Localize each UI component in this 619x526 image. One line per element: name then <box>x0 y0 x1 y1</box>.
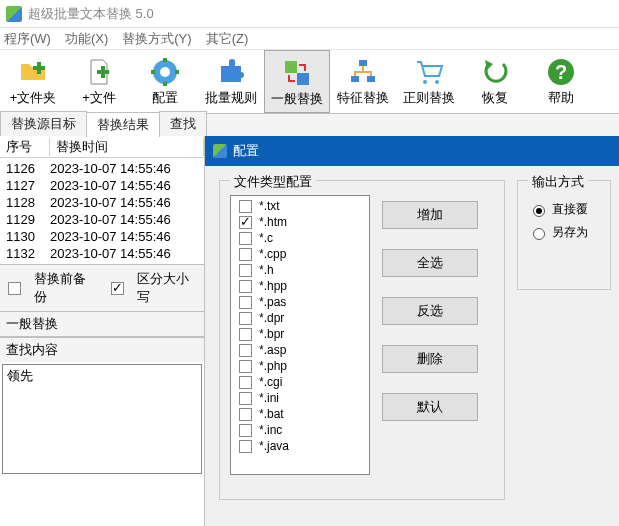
radio-row-saveas[interactable]: 另存为 <box>528 224 600 241</box>
radio-direct[interactable] <box>533 205 545 217</box>
tab-replace-source[interactable]: 替换源目标 <box>0 111 87 136</box>
filetype-checkbox[interactable] <box>239 248 252 261</box>
table-row[interactable]: 11302023-10-07 14:55:46 <box>0 228 204 245</box>
filetype-checkbox[interactable] <box>239 200 252 213</box>
toolbutton-help[interactable]: ? 帮助 <box>528 50 594 113</box>
options-row: 替换前备份 区分大小写 <box>0 264 204 311</box>
filetype-list-item[interactable]: *.h <box>231 262 369 278</box>
menu-program[interactable]: 程序(W) <box>4 30 51 48</box>
svg-point-7 <box>423 80 427 84</box>
filetype-checkbox[interactable] <box>239 264 252 277</box>
filetype-label: *.ini <box>259 391 279 405</box>
left-panel: 序号 替换时间 11262023-10-07 14:55:4611272023-… <box>0 136 205 526</box>
filetype-listbox[interactable]: *.txt*.htm*.c*.cpp*.h*.hpp*.pas*.dpr*.bp… <box>230 195 370 475</box>
filetype-checkbox[interactable] <box>239 312 252 325</box>
table-row[interactable]: 11272023-10-07 14:55:46 <box>0 177 204 194</box>
toolbutton-label: 批量规则 <box>205 89 257 107</box>
filetype-label: *.inc <box>259 423 282 437</box>
button-default[interactable]: 默认 <box>382 393 478 421</box>
filetype-label: *.txt <box>259 199 280 213</box>
filetype-checkbox[interactable] <box>239 424 252 437</box>
menu-replace-mode[interactable]: 替换方式(Y) <box>122 30 191 48</box>
toolbutton-feature-replace[interactable]: 特征替换 <box>330 50 396 113</box>
button-select-all[interactable]: 全选 <box>382 249 478 277</box>
filetype-checkbox[interactable] <box>239 408 252 421</box>
cell-seq: 1126 <box>6 161 50 176</box>
table-row[interactable]: 11322023-10-07 14:55:46 <box>0 245 204 262</box>
table-row[interactable]: 11282023-10-07 14:55:46 <box>0 194 204 211</box>
toolbutton-add-file[interactable]: +文件 <box>66 50 132 113</box>
filetype-checkbox[interactable] <box>239 232 252 245</box>
filetype-checkbox[interactable] <box>239 376 252 389</box>
cell-seq: 1128 <box>6 195 50 210</box>
filetype-label: *.pas <box>259 295 286 309</box>
checkbox-backup-before[interactable] <box>8 282 21 295</box>
filetype-label: *.hpp <box>259 279 287 293</box>
filetype-list-item[interactable]: *.java <box>231 438 369 454</box>
filetype-list-item[interactable]: *.bat <box>231 406 369 422</box>
radio-row-direct[interactable]: 直接覆 <box>528 201 600 218</box>
toolbutton-label: 恢复 <box>482 89 508 107</box>
filetype-list-item[interactable]: *.hpp <box>231 278 369 294</box>
col-header-time[interactable]: 替换时间 <box>50 138 204 156</box>
tab-search[interactable]: 查找 <box>159 111 207 136</box>
tab-replace-result[interactable]: 替换结果 <box>86 112 160 137</box>
filetype-list-item[interactable]: *.pas <box>231 294 369 310</box>
filetype-checkbox[interactable] <box>239 392 252 405</box>
toolbutton-add-folder[interactable]: +文件夹 <box>0 50 66 113</box>
filetype-list-item[interactable]: *.cgi <box>231 374 369 390</box>
filetype-list-item[interactable]: *.htm <box>231 214 369 230</box>
filetype-label: *.bat <box>259 407 284 421</box>
filetype-checkbox[interactable] <box>239 216 252 229</box>
col-header-seq[interactable]: 序号 <box>0 138 50 156</box>
group-filetype: 文件类型配置 *.txt*.htm*.c*.cpp*.h*.hpp*.pas*.… <box>219 180 505 500</box>
filetype-checkbox[interactable] <box>239 344 252 357</box>
toolbutton-config[interactable]: 配置 <box>132 50 198 113</box>
menu-function[interactable]: 功能(X) <box>65 30 108 48</box>
filetype-list-item[interactable]: *.asp <box>231 342 369 358</box>
dialog-title-bar[interactable]: 配置 <box>205 136 619 166</box>
button-delete[interactable]: 删除 <box>382 345 478 373</box>
search-input[interactable] <box>2 364 202 474</box>
replace-icon <box>281 57 313 89</box>
right-panel: 配置 文件类型配置 *.txt*.htm*.c*.cpp*.h*.hpp*.pa… <box>205 136 619 526</box>
mode-title: 一般替换 <box>0 311 204 337</box>
filetype-list-item[interactable]: *.cpp <box>231 246 369 262</box>
table-row[interactable]: 11262023-10-07 14:55:46 <box>0 160 204 177</box>
dialog-icon <box>213 144 227 158</box>
table-row[interactable]: 11292023-10-07 14:55:46 <box>0 211 204 228</box>
cell-time: 2023-10-07 14:55:46 <box>50 212 204 227</box>
filetype-list-item[interactable]: *.ini <box>231 390 369 406</box>
button-add[interactable]: 增加 <box>382 201 478 229</box>
cell-time: 2023-10-07 14:55:46 <box>50 229 204 244</box>
group-output: 输出方式 直接覆 另存为 <box>517 180 611 290</box>
toolbutton-label: 一般替换 <box>271 90 323 108</box>
menu-other[interactable]: 其它(Z) <box>206 30 249 48</box>
filetype-label: *.php <box>259 359 287 373</box>
filetype-checkbox[interactable] <box>239 328 252 341</box>
filetype-list-item[interactable]: *.php <box>231 358 369 374</box>
filetype-list-item[interactable]: *.bpr <box>231 326 369 342</box>
toolbutton-batch-rule[interactable]: 批量规则 <box>198 50 264 113</box>
toolbutton-restore[interactable]: 恢复 <box>462 50 528 113</box>
results-table-body: 11262023-10-07 14:55:4611272023-10-07 14… <box>0 158 204 264</box>
filetype-checkbox[interactable] <box>239 440 252 453</box>
filetype-list-item[interactable]: *.txt <box>231 198 369 214</box>
toolbutton-normal-replace[interactable]: 一般替换 <box>264 50 330 113</box>
filetype-label: *.dpr <box>259 311 284 325</box>
filetype-list-item[interactable]: *.dpr <box>231 310 369 326</box>
filetype-checkbox[interactable] <box>239 360 252 373</box>
filetype-checkbox[interactable] <box>239 296 252 309</box>
filetype-list-item[interactable]: *.inc <box>231 422 369 438</box>
filetype-list-item[interactable]: *.c <box>231 230 369 246</box>
checkbox-case-sensitive[interactable] <box>111 282 124 295</box>
cell-time: 2023-10-07 14:55:46 <box>50 178 204 193</box>
cell-time: 2023-10-07 14:55:46 <box>50 161 204 176</box>
radio-saveas[interactable] <box>533 228 545 240</box>
svg-point-1 <box>160 67 170 77</box>
button-invert[interactable]: 反选 <box>382 297 478 325</box>
cell-seq: 1132 <box>6 246 50 261</box>
filetype-checkbox[interactable] <box>239 280 252 293</box>
filetype-label: *.c <box>259 231 273 245</box>
toolbutton-regex-replace[interactable]: 正则替换 <box>396 50 462 113</box>
